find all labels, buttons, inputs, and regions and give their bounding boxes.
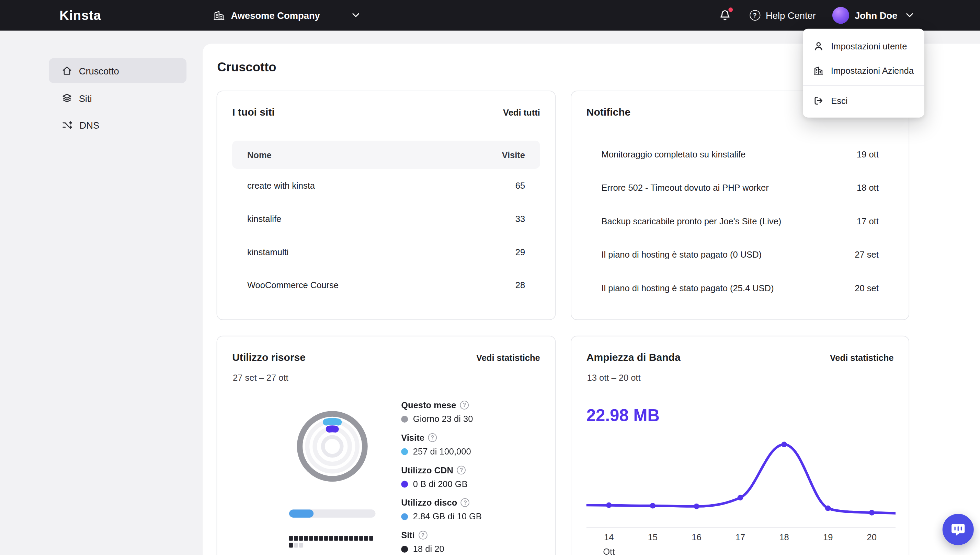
legend-item-visits: Visite ? 257 di 100,000 (401, 431, 545, 458)
sidebar-item-label: Cruscotto (79, 65, 119, 76)
table-row[interactable]: create with kinsta 65 (232, 169, 540, 202)
list-item[interactable]: Il piano di hosting è stato pagato (25.4… (586, 271, 894, 305)
resource-period: 27 set – 27 ott (233, 372, 288, 382)
help-tooltip-icon[interactable]: ? (461, 499, 470, 507)
logout-icon (813, 95, 824, 105)
company-icon (213, 10, 225, 21)
user-dropdown-menu: Impostazioni utente Impostazioni Azienda… (803, 29, 924, 118)
help-tooltip-icon[interactable]: ? (460, 401, 469, 409)
segment (299, 536, 303, 541)
notifications-card: Notifiche Vedi tutti Monitoraggio comple… (571, 91, 909, 320)
legend-item-sites: Siti ? 18 di 20 (401, 529, 545, 555)
chat-icon (951, 522, 966, 537)
segment (309, 536, 313, 541)
mykinsta-app: Kinsta Awesome Company (0, 0, 980, 555)
sidebar: Cruscotto Siti DNS (0, 30, 203, 555)
sites-view-all-link[interactable]: Vedi tutti (503, 107, 540, 117)
list-item[interactable]: Errore 502 - Timeout dovuto ai PHP worke… (586, 171, 894, 204)
column-name: Nome (247, 149, 272, 159)
segment (349, 536, 353, 541)
main-panel: Cruscotto I tuoi siti Vedi tutti Nome Vi… (203, 44, 980, 555)
company-selector[interactable]: Awesome Company (210, 0, 363, 30)
notification-date: 27 set (854, 250, 879, 260)
table-row[interactable]: kinstalife 33 (232, 202, 540, 235)
menu-item-label: Impostazioni Azienda (831, 65, 914, 75)
segment (294, 536, 298, 541)
disk-progress-fill (289, 509, 313, 518)
sidebar-item-dns[interactable]: DNS (49, 112, 187, 138)
notifications-bell-button[interactable] (719, 9, 731, 21)
site-name: kinstamulti (247, 247, 289, 257)
segment (339, 536, 343, 541)
sidebar-item-label: DNS (79, 120, 99, 130)
x-axis-month: Ott (597, 547, 621, 555)
legend-value: 18 di 20 (413, 543, 444, 555)
legend-value: 0 B di 200 GB (413, 478, 468, 490)
segment (304, 536, 308, 541)
menu-item-logout[interactable]: Esci (803, 88, 924, 112)
sites-card-header: I tuoi siti Vedi tutti (217, 91, 555, 118)
resource-card-header: Utilizzo risorse Vedi statistiche (217, 337, 555, 363)
bandwidth-view-stats-link[interactable]: Vedi statistiche (830, 352, 894, 362)
x-tick: 20 (859, 532, 884, 542)
sites-table-header: Nome Visite (232, 141, 540, 169)
user-menu-button[interactable]: John Doe (832, 7, 913, 24)
menu-item-company-settings[interactable]: Impostazioni Azienda (803, 58, 924, 82)
list-item[interactable]: Backup scaricabile pronto per Joe's Site… (586, 204, 894, 238)
segment (314, 536, 318, 541)
notification-text: Errore 502 - Timeout dovuto ai PHP worke… (601, 183, 769, 193)
sidebar-item-sites[interactable]: Siti (49, 86, 187, 111)
notification-date: 19 ott (857, 149, 879, 159)
help-center-label: Help Center (766, 10, 816, 21)
notification-date: 17 ott (857, 216, 879, 226)
help-tooltip-icon[interactable]: ? (418, 531, 428, 540)
legend-value: Giorno 23 di 30 (413, 413, 473, 425)
site-name: WooCommerce Course (247, 280, 339, 290)
bandwidth-card: Ampiezza di Banda Vedi statistiche 13 ot… (571, 336, 909, 555)
help-tooltip-icon[interactable]: ? (457, 466, 466, 475)
help-center-button[interactable]: ? Help Center (750, 10, 816, 21)
legend-item-disk: Utilizzo disco ? 2.84 GB di 10 GB (401, 496, 545, 523)
menu-item-user-settings[interactable]: Impostazioni utente (803, 34, 924, 58)
segment (289, 543, 293, 548)
site-name: kinstalife (247, 213, 281, 223)
legend-label: Siti (401, 529, 415, 541)
help-tooltip-icon[interactable]: ? (428, 433, 437, 442)
legend-label: Questo mese (401, 399, 456, 411)
list-item[interactable]: Il piano di hosting è stato pagato (0 US… (586, 238, 894, 271)
legend-dot (401, 545, 408, 552)
legend-dot (401, 513, 408, 520)
notification-text: Monitoraggio completato su kinstalife (601, 149, 745, 159)
legend-label: Utilizzo CDN (401, 464, 453, 476)
table-row[interactable]: WooCommerce Course 28 (232, 268, 540, 302)
segment (354, 536, 358, 541)
legend-label: Utilizzo disco (401, 496, 457, 509)
x-tick: 16 (684, 532, 709, 542)
company-icon (813, 65, 824, 75)
bandwidth-total: 22.98 MB (586, 406, 660, 426)
x-tick: 15 (640, 532, 665, 542)
user-name: John Doe (854, 10, 898, 21)
table-row[interactable]: kinstamulti 29 (232, 235, 540, 268)
site-name: create with kinsta (247, 180, 315, 190)
bandwidth-line-chart (586, 436, 896, 530)
segment (324, 536, 328, 541)
segment (359, 536, 363, 541)
kinsta-logo: Kinsta (60, 0, 101, 30)
site-visits: 28 (515, 280, 525, 290)
company-name: Awesome Company (231, 10, 320, 21)
resource-view-stats-link[interactable]: Vedi statistiche (476, 352, 540, 362)
avatar (832, 7, 849, 24)
list-item[interactable]: Monitoraggio completato su kinstalife 19… (586, 138, 894, 171)
resource-donut-chart (288, 403, 376, 490)
segment (364, 536, 368, 541)
menu-divider (803, 85, 924, 86)
sites-segment-bar (289, 536, 377, 548)
site-visits: 65 (515, 180, 525, 190)
sidebar-item-dashboard[interactable]: Cruscotto (49, 58, 187, 83)
chat-launcher-button[interactable] (943, 514, 974, 545)
topbar-right: ? Help Center John Doe (719, 0, 913, 30)
segment (334, 536, 338, 541)
segment (344, 536, 348, 541)
page-title: Cruscotto (217, 60, 276, 74)
